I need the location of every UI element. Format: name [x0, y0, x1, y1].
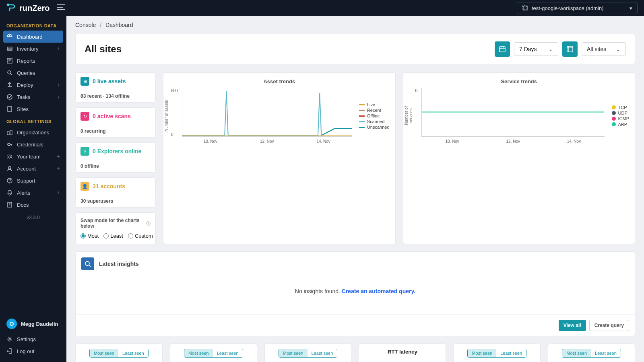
- sidebar-item-reports[interactable]: Reports: [0, 55, 66, 67]
- avatar-icon: [6, 319, 17, 329]
- sidebar-item-queries[interactable]: Queries: [0, 67, 66, 79]
- main-content: Console / Dashboard All sites 7 Days⌄: [66, 0, 644, 362]
- card-mac-age: Most seenLeast seen Most seen newest MAC…: [548, 343, 635, 362]
- scans-icon: ↻: [80, 112, 89, 121]
- log-out-icon: [6, 348, 13, 354]
- legend-item[interactable]: ICMP: [612, 116, 630, 121]
- sidebar-item-sites[interactable]: Sites: [0, 103, 66, 115]
- legend-item[interactable]: Live: [359, 102, 390, 107]
- sidebar-item-settings[interactable]: Settings: [0, 333, 66, 345]
- create-query-link[interactable]: Create an automated query.: [342, 288, 415, 294]
- calendar-icon[interactable]: [495, 41, 510, 57]
- swap-option-most[interactable]: Most: [80, 233, 99, 239]
- sidebar-section-org: ORGANIZATION DATA: [0, 19, 66, 31]
- brand-logo[interactable]: runZero: [6, 3, 50, 13]
- svg-point-12: [10, 155, 12, 156]
- svg-point-10: [8, 143, 10, 146]
- tasks-icon: [6, 94, 13, 100]
- settings-icon: [6, 336, 13, 342]
- organizations-icon: [6, 129, 13, 136]
- sidebar-section-global: GLOBAL SETTINGS: [0, 115, 66, 126]
- assets-icon: ⊞: [80, 77, 89, 86]
- svg-rect-21: [567, 46, 573, 52]
- queries-icon: [6, 70, 13, 76]
- swap-mode-card: Swap mode for the charts below Most Leas…: [75, 212, 156, 244]
- legend-item[interactable]: UDP: [612, 111, 630, 115]
- plus-icon[interactable]: +: [57, 94, 60, 100]
- sidebar-item-organizations[interactable]: Organizations: [0, 126, 66, 138]
- inventory-icon: [6, 45, 13, 52]
- dashboard-icon: [6, 33, 13, 40]
- workspace-selector[interactable]: test-google-workspace (admin) ▾: [517, 2, 638, 14]
- site-select[interactable]: All sites⌄: [582, 42, 626, 56]
- time-range-select[interactable]: 7 Days⌄: [514, 42, 558, 56]
- legend-item[interactable]: TCP: [612, 105, 630, 110]
- sidebar-item-log-out[interactable]: Log out: [0, 345, 66, 357]
- sites-icon[interactable]: [562, 41, 578, 57]
- svg-point-18: [10, 323, 13, 325]
- swap-option-least[interactable]: Least: [103, 233, 123, 239]
- insights-icon: [81, 257, 94, 270]
- sidebar-item-deploy[interactable]: Deploy+: [0, 79, 66, 91]
- card-operating-systems: Most seenLeast seen Most seen operating …: [170, 343, 257, 362]
- legend-item[interactable]: Recent: [359, 108, 390, 113]
- logo-icon: [6, 3, 16, 13]
- chart-service-trends: Service trends Number of services 0 10. …: [403, 72, 636, 244]
- seg-hardware[interactable]: Most seenLeast seen: [279, 349, 338, 358]
- chevron-down-icon: ⌄: [548, 46, 553, 52]
- stat-live-assets[interactable]: ⊞0 live assets 83 recent · 134 offline: [75, 72, 156, 103]
- plus-icon[interactable]: +: [57, 153, 60, 160]
- stat-explorers[interactable]: ⚲0 Explorers online 0 offline: [75, 142, 156, 173]
- breadcrumb-root[interactable]: Console: [75, 22, 96, 28]
- org-icon: [522, 5, 528, 11]
- plus-icon[interactable]: +: [57, 82, 60, 88]
- stat-active-scans[interactable]: ↻0 active scans 0 recurring: [75, 107, 156, 138]
- seg-os[interactable]: Most seenLeast seen: [184, 349, 243, 358]
- card-mac-vendors: Most seenLeast seen Most seen MAC vendor…: [453, 343, 541, 362]
- reports-icon: [6, 58, 13, 64]
- sidebar-item-inventory[interactable]: Inventory+: [0, 43, 66, 55]
- view-all-button[interactable]: View all: [559, 320, 586, 331]
- sidebar-item-dashboard[interactable]: Dashboard: [3, 31, 63, 43]
- sidebar-item-your-team[interactable]: Your team+: [0, 150, 66, 162]
- chart-asset-trends: Asset trends Number of assets 5000 10. N…: [163, 72, 396, 244]
- sidebar-item-docs[interactable]: Docs: [0, 199, 66, 211]
- legend-item[interactable]: Offline: [359, 113, 390, 118]
- stat-accounts[interactable]: 👤31 accounts 30 superusers: [75, 177, 156, 208]
- alerts-icon: [6, 189, 13, 196]
- plus-icon[interactable]: +: [57, 189, 60, 196]
- seg-asset-types[interactable]: Most seenLeast seen: [89, 349, 149, 358]
- menu-toggle-icon[interactable]: [57, 4, 65, 12]
- legend-item[interactable]: Unscanned: [359, 125, 390, 130]
- page-title-card: All sites 7 Days⌄ All sites⌄: [75, 34, 635, 64]
- user-profile[interactable]: Megg Daudelin: [0, 315, 66, 333]
- plus-icon[interactable]: +: [57, 45, 60, 52]
- svg-rect-3: [7, 47, 12, 50]
- sidebar-item-support[interactable]: Support: [0, 175, 66, 187]
- create-query-button[interactable]: Create query: [589, 320, 629, 331]
- legend-item[interactable]: ARP: [612, 122, 630, 127]
- support-icon: [6, 177, 13, 184]
- card-hardware: Most seenLeast seen Most seen hardware 5…: [264, 343, 352, 362]
- card-rtt-latency: RTT latency No data found. Run a scan to…: [359, 343, 446, 362]
- svg-rect-7: [8, 107, 12, 111]
- plus-icon[interactable]: +: [57, 165, 60, 172]
- info-icon[interactable]: [146, 221, 151, 226]
- svg-rect-20: [500, 47, 505, 52]
- seg-mac-vendors[interactable]: Most seenLeast seen: [467, 349, 526, 358]
- swap-option-custom[interactable]: Custom: [128, 233, 153, 239]
- version-label: v3.3.0: [0, 211, 66, 224]
- sidebar-item-credentials[interactable]: Credentials: [0, 138, 66, 150]
- sidebar-item-account[interactable]: Account+: [0, 162, 66, 175]
- card-asset-types: Most seenLeast seen Most seen asset type…: [75, 343, 163, 362]
- sidebar-item-tasks[interactable]: Tasks+: [0, 91, 66, 103]
- latest-insights-panel: Latest insights No insights found. Creat…: [75, 251, 635, 336]
- sidebar: ORGANIZATION DATA DashboardInventory+Rep…: [0, 0, 66, 362]
- top-header: runZero test-google-workspace (admin) ▾: [0, 0, 644, 16]
- legend-item[interactable]: Scanned: [359, 119, 390, 124]
- docs-icon: [6, 202, 13, 208]
- seg-mac-age[interactable]: Most seenLeast seen: [562, 349, 621, 358]
- sidebar-item-alerts[interactable]: Alerts+: [0, 187, 66, 199]
- svg-point-0: [7, 4, 9, 6]
- chevron-down-icon: ⌄: [616, 46, 621, 52]
